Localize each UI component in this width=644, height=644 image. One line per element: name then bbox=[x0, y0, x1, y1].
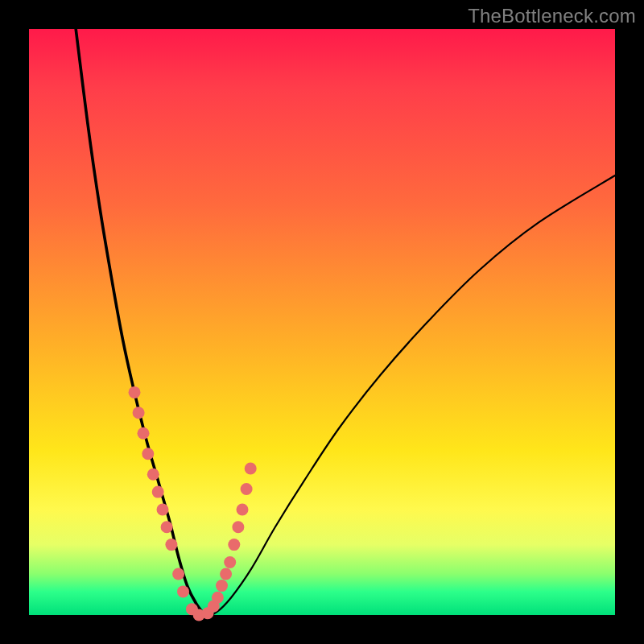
highlight-marker bbox=[232, 521, 244, 533]
highlight-marker bbox=[133, 407, 145, 419]
highlight-markers bbox=[129, 386, 257, 621]
curve-svg bbox=[29, 29, 615, 615]
bottleneck-curve bbox=[76, 29, 615, 616]
bottleneck-curve-left-heavy bbox=[76, 29, 204, 615]
chart-frame: TheBottleneck.com bbox=[0, 0, 644, 644]
highlight-marker bbox=[237, 504, 249, 516]
highlight-marker bbox=[212, 592, 224, 604]
highlight-marker bbox=[157, 504, 169, 516]
plot-area bbox=[29, 29, 615, 615]
highlight-marker bbox=[245, 463, 257, 475]
highlight-marker bbox=[228, 539, 240, 551]
highlight-marker bbox=[129, 386, 141, 398]
highlight-marker bbox=[161, 521, 173, 533]
highlight-marker bbox=[152, 486, 164, 498]
highlight-marker bbox=[216, 580, 228, 592]
highlight-marker bbox=[165, 539, 177, 551]
highlight-marker bbox=[220, 568, 232, 580]
highlight-marker bbox=[147, 469, 159, 481]
highlight-marker bbox=[172, 568, 184, 580]
highlight-marker bbox=[142, 448, 154, 460]
highlight-marker bbox=[138, 427, 150, 440]
highlight-marker bbox=[224, 556, 236, 568]
watermark-text: TheBottleneck.com bbox=[468, 5, 636, 27]
highlight-marker bbox=[241, 483, 253, 495]
highlight-marker bbox=[177, 585, 189, 597]
